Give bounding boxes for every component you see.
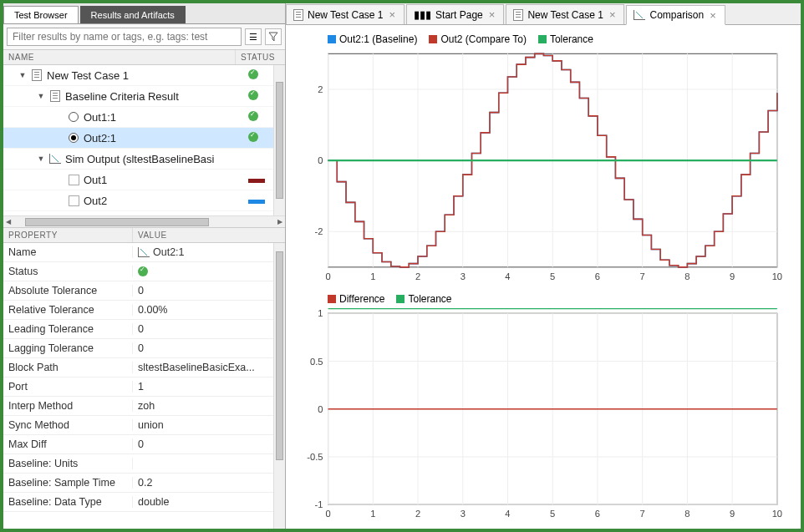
property-key: Leading Tolerance	[3, 323, 133, 335]
status-ok-icon	[248, 132, 258, 142]
status-ok-icon	[248, 69, 258, 79]
checkbox-icon[interactable]	[67, 173, 80, 186]
chart1-legend: Out2:1 (Baseline)Out2 (Compare To)Tolera…	[328, 33, 786, 45]
property-value: union	[133, 419, 285, 431]
filter-input[interactable]	[7, 28, 242, 46]
property-scrollbar[interactable]	[273, 243, 285, 529]
expand-arrow-icon[interactable]: ▼	[37, 92, 45, 100]
editor-tab[interactable]: New Test Case 1×	[506, 4, 624, 24]
expand-arrow-icon[interactable]: ▼	[18, 71, 27, 79]
tree-scrollbar[interactable]	[273, 65, 285, 215]
property-value: 0	[133, 438, 285, 450]
legend-swatch	[328, 35, 336, 43]
close-icon[interactable]: ×	[608, 8, 618, 21]
tree-row[interactable]: Out1:1	[3, 107, 285, 128]
property-row: Sync Methodunion	[3, 416, 285, 435]
editor-tab[interactable]: New Test Case 1×	[286, 4, 405, 24]
results-tree[interactable]: ▼New Test Case 1▼Baseline Criteria Resul…	[3, 65, 285, 215]
right-panel: New Test Case 1×▮▮▮Start Page×New Test C…	[286, 3, 801, 529]
property-row: Relative Tolerance0.00%	[3, 301, 285, 320]
legend-item: Out2:1 (Baseline)	[328, 33, 417, 45]
tree-row[interactable]: Out2	[3, 190, 285, 211]
legend-label: Tolerance	[550, 33, 593, 45]
editor-tab-label: Start Page	[435, 9, 483, 21]
property-row: Max Diff0	[3, 435, 285, 454]
tree-hscroll[interactable]: ◀▶	[3, 215, 285, 227]
svg-text:0: 0	[325, 271, 330, 281]
editor-tab-label: New Test Case 1	[527, 9, 603, 21]
chart2[interactable]: 012345678910-1-0.500.51	[294, 308, 786, 524]
filter-row: ☰	[3, 24, 285, 49]
property-row: Block PathsltestBaselineBasicExa...	[3, 358, 285, 377]
svg-text:2: 2	[415, 509, 420, 519]
property-key: Sync Method	[3, 419, 133, 431]
chart-icon	[48, 152, 62, 165]
svg-text:0.5: 0.5	[310, 357, 323, 367]
svg-text:6: 6	[595, 271, 600, 281]
svg-text:3: 3	[461, 271, 466, 281]
svg-text:5: 5	[550, 509, 555, 519]
property-value: 0.00%	[133, 304, 285, 316]
property-row: Interp Methodzoh	[3, 397, 285, 416]
property-row: Baseline: Data Typedouble	[3, 493, 285, 512]
svg-text:0: 0	[318, 155, 323, 165]
property-key: Interp Method	[3, 400, 133, 412]
property-key: Port	[3, 381, 133, 393]
left-tabs: Test Browser Results and Artifacts	[3, 3, 285, 24]
svg-text:1: 1	[318, 308, 323, 318]
tree-row[interactable]: Out1	[3, 170, 285, 190]
svg-text:10: 10	[772, 271, 782, 281]
legend-label: Out2:1 (Baseline)	[339, 33, 417, 45]
chart-icon	[138, 247, 150, 257]
document-icon	[30, 68, 43, 82]
property-key: Lagging Tolerance	[3, 342, 133, 354]
status-ok-icon	[248, 111, 258, 121]
property-row: Port1	[3, 377, 285, 397]
property-table[interactable]: NameOut2:1StatusAbsolute Tolerance0Relat…	[3, 243, 285, 529]
tree-row[interactable]: ▼Sim Output (sltestBaselineBasi	[3, 149, 285, 170]
list-view-icon[interactable]: ☰	[245, 28, 262, 45]
series-color-swatch	[248, 200, 265, 204]
legend-item: Tolerance	[396, 293, 451, 305]
legend-swatch	[328, 295, 336, 303]
close-icon[interactable]: ×	[708, 9, 718, 22]
filter-icon[interactable]	[265, 28, 282, 45]
svg-text:0: 0	[318, 404, 323, 414]
tree-header-name: NAME	[3, 50, 235, 64]
radio-icon[interactable]	[67, 131, 80, 144]
editor-tab[interactable]: ▮▮▮Start Page×	[406, 4, 504, 24]
property-key: Relative Tolerance	[3, 304, 133, 316]
property-header: PROPERTY VALUE	[3, 227, 285, 243]
tab-results-artifacts[interactable]: Results and Artifacts	[80, 6, 186, 23]
property-key: Max Diff	[3, 438, 133, 450]
editor-tab[interactable]: Comparison×	[626, 5, 725, 25]
tab-test-browser[interactable]: Test Browser	[3, 6, 79, 23]
property-row: Status	[3, 262, 285, 281]
expand-arrow-icon[interactable]: ▼	[37, 155, 45, 163]
radio-icon[interactable]	[67, 110, 80, 124]
property-key: Baseline: Sample Time	[3, 477, 133, 489]
property-row: Absolute Tolerance0	[3, 281, 285, 301]
property-value: sltestBaselineBasicExa...	[133, 362, 285, 373]
svg-text:6: 6	[595, 509, 600, 519]
tree-row[interactable]: ▼Baseline Criteria Result	[3, 86, 285, 107]
tree-row[interactable]: Out2:1	[3, 128, 285, 149]
property-key: Baseline: Data Type	[3, 496, 133, 508]
property-value: 0.2	[133, 477, 285, 489]
tree-row-label: Sim Output (sltestBaselineBasi	[65, 153, 243, 165]
legend-swatch	[396, 295, 405, 303]
property-header-key: PROPERTY	[3, 228, 133, 242]
editor-tabs: New Test Case 1×▮▮▮Start Page×New Test C…	[286, 3, 801, 25]
document-icon	[293, 9, 303, 21]
close-icon[interactable]: ×	[388, 8, 398, 21]
close-icon[interactable]: ×	[487, 8, 497, 21]
legend-item: Out2 (Compare To)	[429, 33, 527, 45]
legend-label: Difference	[339, 293, 384, 305]
left-panel: Test Browser Results and Artifacts ☰ NAM…	[3, 3, 286, 529]
series-color-swatch	[248, 179, 265, 183]
checkbox-icon[interactable]	[67, 194, 80, 207]
property-row: Lagging Tolerance0	[3, 339, 285, 358]
svg-text:7: 7	[640, 271, 645, 281]
chart1[interactable]: 012345678910-202	[294, 48, 786, 286]
tree-row[interactable]: ▼New Test Case 1	[3, 65, 285, 86]
